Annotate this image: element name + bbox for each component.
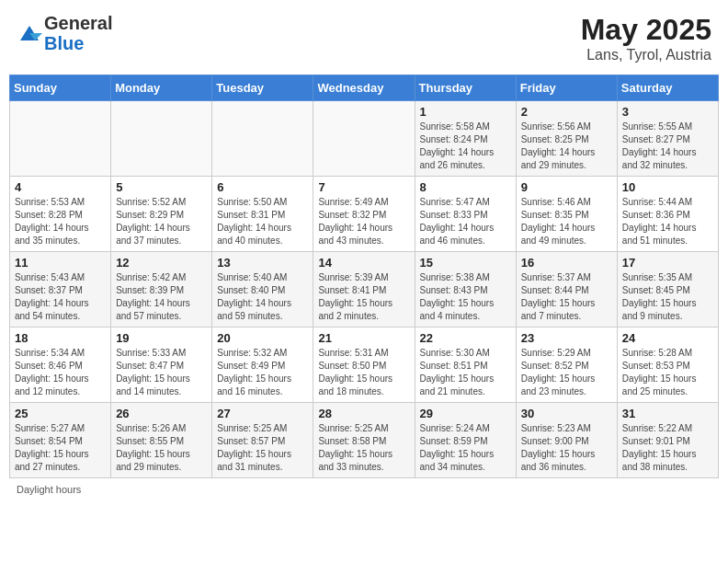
day-number: 9 (521, 180, 612, 194)
day-number: 7 (318, 180, 409, 194)
day-cell (10, 101, 111, 177)
day-number: 26 (116, 407, 207, 420)
day-info: Sunrise: 5:29 AM Sunset: 8:52 PM Dayligh… (521, 347, 612, 398)
header-cell-friday: Friday (516, 75, 617, 101)
day-info: Sunrise: 5:47 AM Sunset: 8:33 PM Dayligh… (420, 196, 511, 247)
calendar-header: SundayMondayTuesdayWednesdayThursdayFrid… (10, 75, 719, 101)
day-info: Sunrise: 5:39 AM Sunset: 8:41 PM Dayligh… (318, 271, 409, 323)
day-cell: 6Sunrise: 5:50 AM Sunset: 8:31 PM Daylig… (212, 177, 313, 252)
day-number: 31 (622, 407, 713, 420)
day-info: Sunrise: 5:43 AM Sunset: 8:37 PM Dayligh… (15, 271, 106, 323)
day-number: 23 (521, 331, 612, 345)
day-number: 20 (217, 331, 308, 345)
day-info: Sunrise: 5:25 AM Sunset: 8:58 PM Dayligh… (318, 422, 409, 474)
day-cell: 31Sunrise: 5:22 AM Sunset: 9:01 PM Dayli… (617, 403, 718, 478)
day-cell: 5Sunrise: 5:52 AM Sunset: 8:29 PM Daylig… (111, 177, 212, 252)
day-cell: 21Sunrise: 5:31 AM Sunset: 8:50 PM Dayli… (313, 327, 415, 403)
day-cell: 27Sunrise: 5:25 AM Sunset: 8:57 PM Dayli… (212, 403, 313, 478)
header-cell-thursday: Thursday (415, 75, 516, 101)
page-header: General Blue May 2025 Lans, Tyrol, Austr… (9, 9, 719, 67)
day-cell: 1Sunrise: 5:58 AM Sunset: 8:24 PM Daylig… (415, 101, 516, 177)
day-cell: 30Sunrise: 5:23 AM Sunset: 9:00 PM Dayli… (516, 403, 617, 478)
day-info: Sunrise: 5:44 AM Sunset: 8:36 PM Dayligh… (622, 196, 713, 247)
header-cell-tuesday: Tuesday (212, 75, 313, 101)
day-number: 11 (15, 256, 106, 270)
logo: General Blue (17, 13, 112, 53)
day-info: Sunrise: 5:28 AM Sunset: 8:53 PM Dayligh… (622, 347, 713, 398)
day-number: 29 (420, 407, 511, 420)
week-row-5: 25Sunrise: 5:27 AM Sunset: 8:54 PM Dayli… (10, 403, 719, 478)
footer-note: Daylight hours (9, 484, 719, 495)
location-subtitle: Lans, Tyrol, Austria (581, 47, 711, 63)
day-info: Sunrise: 5:52 AM Sunset: 8:29 PM Dayligh… (116, 196, 207, 247)
day-cell: 12Sunrise: 5:42 AM Sunset: 8:39 PM Dayli… (111, 252, 212, 327)
day-cell: 19Sunrise: 5:33 AM Sunset: 8:47 PM Dayli… (111, 327, 212, 403)
day-info: Sunrise: 5:55 AM Sunset: 8:27 PM Dayligh… (622, 121, 713, 172)
day-info: Sunrise: 5:24 AM Sunset: 8:59 PM Dayligh… (420, 422, 511, 474)
day-number: 19 (116, 331, 207, 345)
day-info: Sunrise: 5:38 AM Sunset: 8:43 PM Dayligh… (420, 271, 511, 323)
day-info: Sunrise: 5:35 AM Sunset: 8:45 PM Dayligh… (622, 271, 713, 323)
day-number: 14 (318, 256, 409, 270)
day-info: Sunrise: 5:53 AM Sunset: 8:28 PM Dayligh… (15, 196, 106, 247)
day-cell: 11Sunrise: 5:43 AM Sunset: 8:37 PM Dayli… (10, 252, 111, 327)
day-number: 28 (318, 407, 409, 420)
day-info: Sunrise: 5:30 AM Sunset: 8:51 PM Dayligh… (420, 347, 511, 398)
day-number: 5 (116, 180, 207, 194)
day-number: 22 (420, 331, 511, 345)
day-info: Sunrise: 5:25 AM Sunset: 8:57 PM Dayligh… (217, 422, 308, 474)
day-number: 12 (116, 256, 207, 270)
day-cell: 10Sunrise: 5:44 AM Sunset: 8:36 PM Dayli… (617, 177, 718, 252)
day-number: 4 (15, 180, 106, 194)
daylight-note: Daylight hours (17, 484, 81, 495)
day-number: 27 (217, 407, 308, 420)
day-info: Sunrise: 5:33 AM Sunset: 8:47 PM Dayligh… (116, 347, 207, 398)
day-info: Sunrise: 5:49 AM Sunset: 8:32 PM Dayligh… (318, 196, 409, 247)
day-cell: 17Sunrise: 5:35 AM Sunset: 8:45 PM Dayli… (617, 252, 718, 327)
day-cell: 4Sunrise: 5:53 AM Sunset: 8:28 PM Daylig… (10, 177, 111, 252)
day-cell: 7Sunrise: 5:49 AM Sunset: 8:32 PM Daylig… (313, 177, 415, 252)
header-cell-saturday: Saturday (617, 75, 718, 101)
week-row-2: 4Sunrise: 5:53 AM Sunset: 8:28 PM Daylig… (10, 177, 719, 252)
day-info: Sunrise: 5:56 AM Sunset: 8:25 PM Dayligh… (521, 121, 612, 172)
calendar-table: SundayMondayTuesdayWednesdayThursdayFrid… (9, 75, 719, 478)
day-number: 16 (521, 256, 612, 270)
day-cell: 3Sunrise: 5:55 AM Sunset: 8:27 PM Daylig… (617, 101, 718, 177)
day-info: Sunrise: 5:26 AM Sunset: 8:55 PM Dayligh… (116, 422, 207, 474)
day-number: 3 (622, 105, 713, 119)
day-info: Sunrise: 5:32 AM Sunset: 8:49 PM Dayligh… (217, 347, 308, 398)
header-cell-wednesday: Wednesday (313, 75, 415, 101)
day-cell: 2Sunrise: 5:56 AM Sunset: 8:25 PM Daylig… (516, 101, 617, 177)
day-cell: 18Sunrise: 5:34 AM Sunset: 8:46 PM Dayli… (10, 327, 111, 403)
day-cell (313, 101, 415, 177)
day-number: 1 (420, 105, 511, 119)
logo-general-text: General (44, 13, 112, 33)
day-info: Sunrise: 5:23 AM Sunset: 9:00 PM Dayligh… (521, 422, 612, 474)
day-number: 24 (622, 331, 713, 345)
header-cell-monday: Monday (111, 75, 212, 101)
day-info: Sunrise: 5:40 AM Sunset: 8:40 PM Dayligh… (217, 271, 308, 323)
day-info: Sunrise: 5:27 AM Sunset: 8:54 PM Dayligh… (15, 422, 106, 474)
week-row-1: 1Sunrise: 5:58 AM Sunset: 8:24 PM Daylig… (10, 101, 719, 177)
day-cell: 13Sunrise: 5:40 AM Sunset: 8:40 PM Dayli… (212, 252, 313, 327)
day-cell: 25Sunrise: 5:27 AM Sunset: 8:54 PM Dayli… (10, 403, 111, 478)
day-cell: 20Sunrise: 5:32 AM Sunset: 8:49 PM Dayli… (212, 327, 313, 403)
day-info: Sunrise: 5:34 AM Sunset: 8:46 PM Dayligh… (15, 347, 106, 398)
day-number: 18 (15, 331, 106, 345)
title-block: May 2025 Lans, Tyrol, Austria (581, 13, 711, 63)
day-info: Sunrise: 5:31 AM Sunset: 8:50 PM Dayligh… (318, 347, 409, 398)
day-cell: 16Sunrise: 5:37 AM Sunset: 8:44 PM Dayli… (516, 252, 617, 327)
day-info: Sunrise: 5:22 AM Sunset: 9:01 PM Dayligh… (622, 422, 713, 474)
day-cell: 24Sunrise: 5:28 AM Sunset: 8:53 PM Dayli… (617, 327, 718, 403)
day-number: 15 (420, 256, 511, 270)
header-row: SundayMondayTuesdayWednesdayThursdayFrid… (10, 75, 719, 101)
day-number: 2 (521, 105, 612, 119)
day-number: 21 (318, 331, 409, 345)
day-info: Sunrise: 5:42 AM Sunset: 8:39 PM Dayligh… (116, 271, 207, 323)
day-cell (111, 101, 212, 177)
day-cell: 9Sunrise: 5:46 AM Sunset: 8:35 PM Daylig… (516, 177, 617, 252)
week-row-3: 11Sunrise: 5:43 AM Sunset: 8:37 PM Dayli… (10, 252, 719, 327)
day-number: 13 (217, 256, 308, 270)
day-info: Sunrise: 5:46 AM Sunset: 8:35 PM Dayligh… (521, 196, 612, 247)
day-number: 30 (521, 407, 612, 420)
